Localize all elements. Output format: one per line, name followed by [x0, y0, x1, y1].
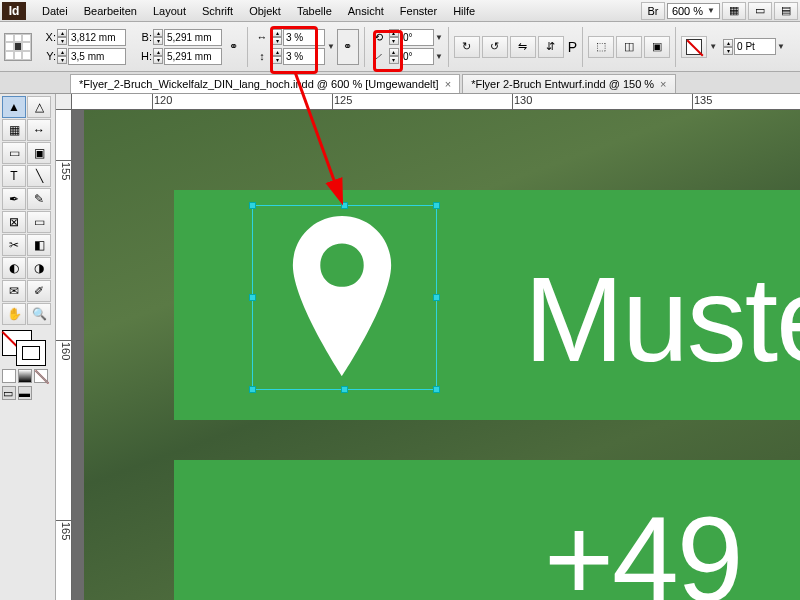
menu-layout[interactable]: Layout	[145, 2, 194, 20]
handle-w[interactable]	[249, 294, 256, 301]
close-icon[interactable]: ×	[660, 78, 666, 90]
handle-s[interactable]	[341, 386, 348, 393]
x-spinner[interactable]: ▴▾	[57, 29, 67, 45]
chevron-down-icon[interactable]: ▼	[777, 42, 785, 51]
page-background: Muste +49 1	[84, 110, 800, 600]
chevron-down-icon[interactable]: ▼	[435, 33, 443, 42]
rectangle-tool[interactable]: ▭	[27, 211, 51, 233]
h-spinner[interactable]: ▴▾	[153, 48, 163, 64]
content-collector-tool[interactable]: ▭	[2, 142, 26, 164]
gradient-swatch-tool[interactable]: ◐	[2, 257, 26, 279]
zoom-level[interactable]: 600 %▼	[667, 3, 720, 19]
note-tool[interactable]: ✉	[2, 280, 26, 302]
handle-nw[interactable]	[249, 202, 256, 209]
reference-point[interactable]	[4, 33, 32, 61]
ruler-horizontal[interactable]: 120 125 130 135	[72, 94, 800, 110]
scale-y-input[interactable]	[283, 48, 325, 65]
w-input[interactable]	[164, 29, 222, 46]
menu-table[interactable]: Tabelle	[289, 2, 340, 20]
ruler-tick: 135	[692, 94, 712, 110]
y-input[interactable]	[68, 48, 126, 65]
menu-view[interactable]: Ansicht	[340, 2, 392, 20]
y-spinner[interactable]: ▴▾	[57, 48, 67, 64]
menu-edit[interactable]: Bearbeiten	[76, 2, 145, 20]
arrange-icon[interactable]: ▤	[774, 2, 798, 20]
fill-swatch[interactable]	[681, 36, 707, 58]
scale-x-icon: ↔	[253, 29, 271, 46]
document-tab-2[interactable]: *Flyer 2-Bruch Entwurf.indd @ 150 %×	[462, 74, 675, 93]
select-container-icon[interactable]: ⬚	[588, 36, 614, 58]
rotate-90-cw-icon[interactable]: ↻	[454, 36, 480, 58]
screen-mode-icon[interactable]: ▭	[748, 2, 772, 20]
type-tool[interactable]: T	[2, 165, 26, 187]
p-paragraph-icon[interactable]: P	[568, 39, 577, 55]
line-tool[interactable]: ╲	[27, 165, 51, 187]
menu-object[interactable]: Objekt	[241, 2, 289, 20]
rectangle-frame-tool[interactable]: ⊠	[2, 211, 26, 233]
chevron-down-icon[interactable]: ▼	[435, 52, 443, 61]
view-mode-swatches[interactable]: ▭ ▬	[2, 386, 32, 400]
view-options-icon[interactable]: ▦	[722, 2, 746, 20]
handle-e[interactable]	[433, 294, 440, 301]
shear-spinner[interactable]: ▴▾	[389, 48, 399, 64]
handle-ne[interactable]	[433, 202, 440, 209]
selection-tool[interactable]: ▲	[2, 96, 26, 118]
h-label: H:	[134, 50, 152, 62]
close-icon[interactable]: ×	[445, 78, 451, 90]
apply-gradient-icon[interactable]	[18, 369, 32, 383]
gap-tool[interactable]: ↔	[27, 119, 51, 141]
x-input[interactable]	[68, 29, 126, 46]
hand-tool[interactable]: ✋	[2, 303, 26, 325]
rotate-90-ccw-icon[interactable]: ↺	[482, 36, 508, 58]
ruler-vertical[interactable]: 155 160 165	[56, 110, 72, 600]
zoom-tool[interactable]: 🔍	[27, 303, 51, 325]
eyedropper-tool[interactable]: ✐	[27, 280, 51, 302]
rotate-spinner[interactable]: ▴▾	[389, 29, 399, 45]
fit-content-icon[interactable]: ▣	[644, 36, 670, 58]
chevron-down-icon[interactable]: ▼	[327, 42, 335, 51]
constrain-wh-icon[interactable]: ⚭	[224, 38, 242, 55]
color-mode-swatches[interactable]	[2, 369, 48, 383]
apply-color-icon[interactable]	[2, 369, 16, 383]
scissors-tool[interactable]: ✂	[2, 234, 26, 256]
menu-help[interactable]: Hilfe	[445, 2, 483, 20]
page-tool[interactable]: ▦	[2, 119, 26, 141]
pen-tool[interactable]: ✒	[2, 188, 26, 210]
constrain-scale-icon[interactable]: ⚭	[337, 29, 359, 65]
stroke-input[interactable]	[734, 38, 776, 55]
gradient-feather-tool[interactable]: ◑	[27, 257, 51, 279]
handle-n[interactable]	[341, 202, 348, 209]
ruler-origin[interactable]	[56, 94, 72, 110]
menu-file[interactable]: Datei	[34, 2, 76, 20]
scale-x-spinner[interactable]: ▴▾	[272, 29, 282, 45]
selection-frame[interactable]	[252, 205, 437, 390]
direct-selection-tool[interactable]: △	[27, 96, 51, 118]
select-content-icon[interactable]: ◫	[616, 36, 642, 58]
flip-h-icon[interactable]: ⇋	[510, 36, 536, 58]
scale-y-spinner[interactable]: ▴▾	[272, 48, 282, 64]
preview-view-icon[interactable]: ▬	[18, 386, 32, 400]
flip-v-icon[interactable]: ⇵	[538, 36, 564, 58]
handle-se[interactable]	[433, 386, 440, 393]
handle-sw[interactable]	[249, 386, 256, 393]
w-spinner[interactable]: ▴▾	[153, 29, 163, 45]
h-input[interactable]	[164, 48, 222, 65]
shear-icon: ⟋	[370, 48, 388, 65]
stroke-spinner[interactable]: ▴▾	[723, 39, 733, 55]
shear-input[interactable]	[400, 48, 434, 65]
menu-window[interactable]: Fenster	[392, 2, 445, 20]
bridge-icon[interactable]: Br	[641, 2, 665, 20]
menu-bar: Id Datei Bearbeiten Layout Schrift Objek…	[0, 0, 800, 22]
scale-x-input[interactable]	[283, 29, 325, 46]
pencil-tool[interactable]: ✎	[27, 188, 51, 210]
rotate-input[interactable]	[400, 29, 434, 46]
menu-type[interactable]: Schrift	[194, 2, 241, 20]
content-placer-tool[interactable]: ▣	[27, 142, 51, 164]
free-transform-tool[interactable]: ◧	[27, 234, 51, 256]
canvas[interactable]: 120 125 130 135 155 160 165 Muste +49 1	[56, 94, 800, 600]
chevron-down-icon[interactable]: ▼	[709, 42, 717, 51]
document-tab-1[interactable]: *Flyer_2-Bruch_Wickelfalz_DIN_lang_hoch.…	[70, 74, 460, 93]
normal-view-icon[interactable]: ▭	[2, 386, 16, 400]
fill-stroke-swatch[interactable]	[2, 330, 52, 366]
apply-none-icon[interactable]	[34, 369, 48, 383]
